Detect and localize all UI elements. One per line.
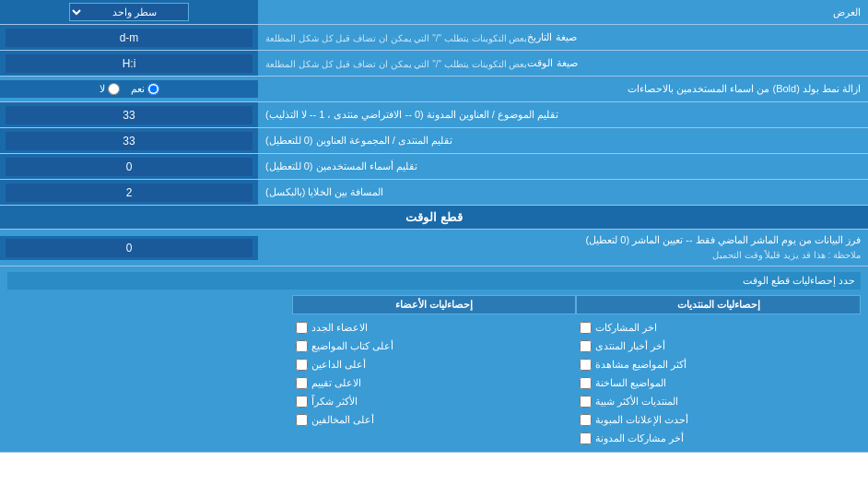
- forum-stat-label-4: المنتديات الأكثر شبية: [595, 396, 678, 408]
- cutoff-days-input[interactable]: [6, 239, 252, 257]
- forum-stat-cb-4[interactable]: [580, 396, 592, 408]
- topic-titles-input[interactable]: [6, 106, 252, 124]
- empty-col: [7, 295, 292, 446]
- display-mode-label: العرض: [258, 3, 868, 22]
- forum-stats-col: إحصاءليات المنتديات اخر المشاركات أخر أخ…: [576, 295, 861, 446]
- date-format-label: صيغة التاريخ بعض التكوينات يتطلب "/" الت…: [258, 25, 868, 50]
- member-stat-label-3: الاعلى تقييم: [311, 377, 361, 389]
- forum-stat-cb-6[interactable]: [580, 432, 592, 444]
- date-format-input-area: [0, 25, 258, 50]
- forum-titles-input-area: [0, 128, 258, 153]
- forum-stat-label-5: أحدث الإعلانات المبوبة: [595, 414, 688, 426]
- bold-remove-yes-text: نعم: [131, 83, 145, 95]
- forum-titles-input[interactable]: [6, 132, 252, 150]
- cell-padding-input-area: [0, 180, 258, 205]
- cell-padding-label: المسافة بين الخلايا (بالبكسل): [258, 180, 868, 205]
- forum-stat-cb-1[interactable]: [580, 340, 592, 352]
- date-format-row: صيغة التاريخ بعض التكوينات يتطلب "/" الت…: [0, 25, 868, 51]
- cutoff-days-main-label: فرز البيانات من يوم الماشر الماضي فقط --…: [586, 234, 861, 245]
- forum-stat-label-1: أخر أخبار المنتدى: [595, 340, 665, 352]
- bold-remove-no-text: لا: [100, 83, 105, 95]
- member-stats-header: إحصاءليات الأعضاء: [292, 295, 577, 314]
- forum-titles-row: تقليم المنتدى / المجموعة العناوين (0 للت…: [0, 128, 868, 154]
- cutoff-days-note: ملاحظة : هذا قد يزيد قليلاً وقت التحميل: [265, 249, 861, 262]
- bold-remove-options: نعم لا: [0, 80, 258, 98]
- bold-remove-no-radio[interactable]: [108, 83, 120, 95]
- stats-limit-label: حدد إحصاءليات قطع الوقت: [7, 272, 861, 290]
- cutoff-days-input-area: [0, 236, 258, 260]
- forum-stat-item-5: أحدث الإعلانات المبوبة: [576, 412, 861, 428]
- member-stat-cb-1[interactable]: [296, 340, 308, 352]
- member-stat-cb-4[interactable]: [296, 396, 308, 408]
- member-stat-label-0: الاعضاء الجدد: [311, 322, 368, 334]
- username-trim-input[interactable]: [6, 158, 252, 176]
- forum-stat-item-0: اخر المشاركات: [576, 320, 861, 336]
- forum-stat-cb-5[interactable]: [580, 414, 592, 426]
- member-stat-cb-3[interactable]: [296, 377, 308, 389]
- member-stat-item-1: أعلى كتاب المواضيع: [292, 338, 577, 354]
- display-mode-row: العرض سطر واحد: [0, 0, 868, 25]
- forum-stat-item-3: المواضيع الساخنة: [576, 375, 861, 391]
- cell-padding-row: المسافة بين الخلايا (بالبكسل): [0, 180, 868, 206]
- member-stat-cb-5[interactable]: [296, 414, 308, 426]
- display-mode-select-area: سطر واحد: [0, 0, 258, 24]
- time-format-row: صيغة الوقت بعض التكوينات يتطلب "/" التي …: [0, 51, 868, 77]
- bold-remove-label: ازالة نمط بولد (Bold) من اسماء المستخدمي…: [258, 79, 868, 99]
- username-trim-input-area: [0, 154, 258, 179]
- member-stat-label-1: أعلى كتاب المواضيع: [311, 340, 393, 352]
- member-stat-item-3: الاعلى تقييم: [292, 375, 577, 391]
- member-stat-cb-2[interactable]: [296, 359, 308, 371]
- member-stat-item-2: أعلى الداعين: [292, 357, 577, 373]
- time-format-input-area: [0, 51, 258, 76]
- forum-stat-cb-3[interactable]: [580, 377, 592, 389]
- forum-stat-label-6: أخر مشاركات المدونة: [595, 432, 684, 444]
- time-format-label: صيغة الوقت بعض التكوينات يتطلب "/" التي …: [258, 51, 868, 76]
- topic-titles-label: تقليم الموضوع / العناوين المدونة (0 -- ا…: [258, 102, 868, 127]
- member-stat-item-5: أعلى المخالفين: [292, 412, 577, 428]
- date-format-input[interactable]: [6, 29, 252, 47]
- member-stat-label-2: أعلى الداعين: [311, 359, 366, 371]
- forum-titles-label: تقليم المنتدى / المجموعة العناوين (0 للت…: [258, 128, 868, 153]
- member-stat-item-4: الأكثر شكراً: [292, 394, 577, 409]
- cutoff-section-header: قطع الوقت: [0, 206, 868, 230]
- member-stats-col: إحصاءليات الأعضاء الاعضاء الجدد أعلى كتا…: [292, 295, 577, 446]
- member-stat-cb-0[interactable]: [296, 322, 308, 334]
- topic-titles-row: تقليم الموضوع / العناوين المدونة (0 -- ا…: [0, 102, 868, 128]
- forum-stats-header: إحصاءليات المنتديات: [576, 295, 861, 314]
- forum-stat-cb-2[interactable]: [580, 359, 592, 371]
- main-container: العرض سطر واحد صيغة التاريخ بعض التكوينا…: [0, 0, 868, 453]
- stats-section: حدد إحصاءليات قطع الوقت إحصاءليات المنتد…: [0, 266, 868, 453]
- forum-stat-cb-0[interactable]: [580, 322, 592, 334]
- cell-padding-input[interactable]: [6, 183, 252, 202]
- forum-stat-item-2: أكثر المواضيع مشاهدة: [576, 357, 861, 373]
- topic-titles-input-area: [0, 102, 258, 127]
- forum-stat-item-6: أخر مشاركات المدونة: [576, 431, 861, 446]
- cutoff-days-label: فرز البيانات من يوم الماشر الماضي فقط --…: [258, 230, 868, 266]
- forum-stat-label-2: أكثر المواضيع مشاهدة: [595, 359, 686, 371]
- forum-stat-label-0: اخر المشاركات: [595, 322, 657, 334]
- date-format-label-text: صيغة التاريخ: [527, 30, 576, 44]
- time-format-sublabel: بعض التكوينات يتطلب "/" التي يمكن ان تضا…: [265, 58, 527, 71]
- checkboxes-grid: إحصاءليات المنتديات اخر المشاركات أخر أخ…: [7, 295, 861, 446]
- member-stat-label-5: أعلى المخالفين: [311, 414, 374, 426]
- member-stat-item-0: الاعضاء الجدد: [292, 320, 577, 336]
- forum-stat-item-1: أخر أخبار المنتدى: [576, 338, 861, 354]
- bold-remove-row: ازالة نمط بولد (Bold) من اسماء المستخدمي…: [0, 77, 868, 102]
- cutoff-days-row: فرز البيانات من يوم الماشر الماضي فقط --…: [0, 230, 868, 266]
- bold-remove-yes-label[interactable]: نعم: [131, 83, 159, 95]
- bold-remove-no-label[interactable]: لا: [100, 83, 120, 95]
- time-format-label-text: صيغة الوقت: [527, 56, 577, 70]
- date-format-sublabel: بعض التكوينات يتطلب "/" التي يمكن ان تضا…: [265, 32, 527, 45]
- display-mode-select[interactable]: سطر واحد: [69, 3, 189, 21]
- bold-remove-yes-radio[interactable]: [147, 83, 159, 95]
- forum-stat-label-3: المواضيع الساخنة: [595, 377, 666, 389]
- username-trim-row: تقليم أسماء المستخدمين (0 للتعطيل): [0, 154, 868, 180]
- username-trim-label: تقليم أسماء المستخدمين (0 للتعطيل): [258, 154, 868, 179]
- time-format-input[interactable]: [6, 54, 252, 73]
- forum-stat-item-4: المنتديات الأكثر شبية: [576, 394, 861, 409]
- member-stat-label-4: الأكثر شكراً: [311, 396, 358, 408]
